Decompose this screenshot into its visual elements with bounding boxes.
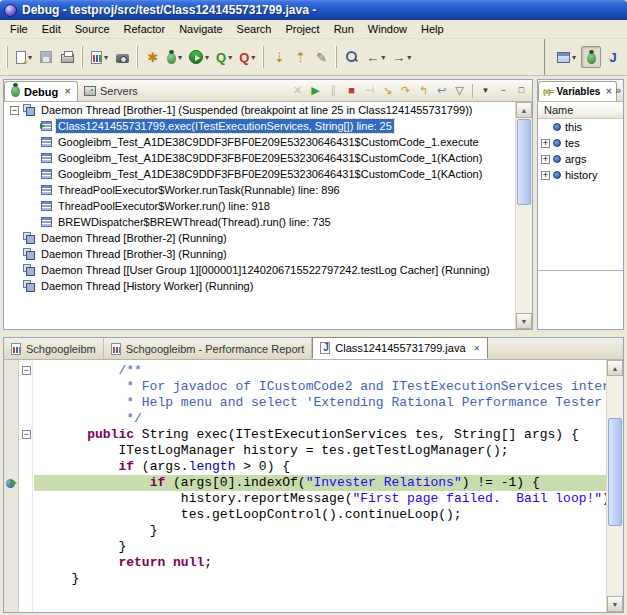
- menu-item-navigate[interactable]: Navigate: [172, 21, 229, 37]
- scroll-down-icon[interactable]: ▼: [607, 596, 623, 612]
- open-perspective-icon[interactable]: ▾: [554, 46, 579, 68]
- drop-to-frame-icon[interactable]: ↩: [433, 82, 450, 99]
- code-line[interactable]: /**: [34, 363, 606, 379]
- resume-icon[interactable]: ▶: [307, 82, 324, 99]
- java-perspective-button[interactable]: J: [603, 46, 623, 68]
- column-header-name[interactable]: Name: [538, 102, 623, 119]
- open-report-icon[interactable]: ▾: [88, 46, 111, 68]
- horizontal-sash[interactable]: [0, 330, 627, 337]
- code-line[interactable]: tes.getLoopControl().continueLoop();: [34, 507, 606, 523]
- maximize-view-icon[interactable]: □: [513, 82, 530, 99]
- toolbar-grip[interactable]: [81, 46, 86, 68]
- dropdown-arrow-icon[interactable]: ▾: [251, 53, 255, 62]
- minimize-view-icon[interactable]: −: [495, 82, 512, 99]
- previous-annotation-icon[interactable]: ⇡: [290, 46, 310, 68]
- run-launch-icon[interactable]: ▾: [186, 46, 212, 68]
- view-menu-icon[interactable]: ▾: [477, 82, 494, 99]
- step-return-icon[interactable]: ↰: [415, 82, 432, 99]
- tree-expand-icon[interactable]: +: [541, 171, 550, 180]
- menu-item-search[interactable]: Search: [230, 21, 279, 37]
- debug-tree-row[interactable]: Googleibm_Test_A1DE38C9DDF3FBF0E209E5323…: [4, 150, 515, 166]
- debug-tree-row[interactable]: Daemon Thread [Brother-2] (Running): [4, 230, 515, 246]
- dropdown-arrow-icon[interactable]: ▾: [381, 53, 385, 62]
- code-line[interactable]: if (args[0].indexOf("Invester Relations"…: [34, 475, 606, 491]
- variable-row[interactable]: +args: [538, 151, 623, 167]
- editor-scrollbar[interactable]: ▲ ▼: [606, 360, 623, 612]
- run-test-wand-icon[interactable]: ✱: [143, 46, 163, 68]
- code-line[interactable]: history.reportMessage("First page failed…: [34, 491, 606, 507]
- code-line[interactable]: }: [34, 539, 606, 555]
- step-into-icon[interactable]: ↘: [379, 82, 396, 99]
- fold-collapse-icon[interactable]: −: [22, 430, 31, 439]
- debug-tree-row[interactable]: Googleibm_Test_A1DE38C9DDF3FBF0E209E5323…: [4, 134, 515, 150]
- fold-collapse-icon[interactable]: −: [22, 366, 31, 375]
- debug-tree-scrollbar[interactable]: ▲ ▼: [515, 102, 532, 329]
- code-line[interactable]: public String exec(ITestExecutionService…: [34, 427, 606, 443]
- debug-tree-row[interactable]: Googleibm_Test_A1DE38C9DDF3FBF0E209E5323…: [4, 166, 515, 182]
- code-line[interactable]: }: [34, 523, 606, 539]
- scroll-thumb[interactable]: [608, 418, 622, 526]
- menu-item-window[interactable]: Window: [361, 21, 414, 37]
- toolbar-grip[interactable]: [335, 46, 340, 68]
- close-icon[interactable]: ✕: [605, 87, 612, 96]
- tree-collapse-icon[interactable]: −: [10, 106, 19, 115]
- scroll-down-icon[interactable]: ▼: [516, 313, 532, 329]
- menu-item-edit[interactable]: Edit: [35, 21, 68, 37]
- close-icon[interactable]: ✕: [474, 344, 481, 353]
- next-annotation-icon[interactable]: ⇣: [269, 46, 289, 68]
- variable-row[interactable]: +history: [538, 167, 623, 183]
- code-line[interactable]: ITestLogManager history = tes.getTestLog…: [34, 443, 606, 459]
- menu-item-refactor[interactable]: Refactor: [117, 21, 173, 37]
- debug-tree-row[interactable]: ThreadPoolExecutor$Worker.run() line: 91…: [4, 198, 515, 214]
- view-tab-debug[interactable]: Debug✕: [4, 81, 78, 101]
- debug-tree-row[interactable]: Daemon Thread [Brother-3] (Running): [4, 246, 515, 262]
- code-line[interactable]: * Help menu and select 'Extending Ration…: [34, 395, 606, 411]
- debug-tree-row[interactable]: −Daemon Thread [Brother-1] (Suspended (b…: [4, 102, 515, 118]
- variable-row[interactable]: +tes: [538, 135, 623, 151]
- toolbar-grip[interactable]: [6, 46, 11, 68]
- code-line[interactable]: * For javadoc of ICustomCode2 and ITestE…: [34, 379, 606, 395]
- terminate-icon[interactable]: ■: [343, 82, 360, 99]
- forward-icon[interactable]: →▾: [389, 46, 414, 68]
- back-icon[interactable]: ←▾: [363, 46, 388, 68]
- scroll-up-icon[interactable]: ▲: [607, 360, 623, 376]
- dropdown-arrow-icon[interactable]: ▾: [228, 53, 232, 62]
- code-area[interactable]: /** * For javadoc of ICustomCode2 and IT…: [34, 360, 606, 612]
- debug-tree-row[interactable]: Daemon Thread [[User Group 1][000001]124…: [4, 262, 515, 278]
- menu-item-file[interactable]: File: [3, 21, 35, 37]
- variables-detail-sash[interactable]: [538, 270, 623, 271]
- editor-tab[interactable]: Schgoogleibm - Performance Report: [104, 338, 313, 359]
- screen-capture-icon[interactable]: [112, 46, 132, 68]
- debug-tree-row[interactable]: Class1241455731799.exec(ITestExecutionSe…: [4, 118, 515, 134]
- toolbar-grip[interactable]: [262, 46, 267, 68]
- menu-item-source[interactable]: Source: [68, 21, 117, 37]
- step-over-icon[interactable]: ↷: [397, 82, 414, 99]
- debug-tree-row[interactable]: ThreadPoolExecutor$Worker.runTask(Runnab…: [4, 182, 515, 198]
- close-icon[interactable]: ✕: [64, 87, 71, 96]
- toolbar-grip[interactable]: [136, 46, 141, 68]
- dropdown-arrow-icon[interactable]: ▾: [572, 53, 576, 62]
- tree-expand-icon[interactable]: +: [541, 155, 550, 164]
- dropdown-arrow-icon[interactable]: ▾: [407, 53, 411, 62]
- menu-item-project[interactable]: Project: [278, 21, 326, 37]
- dropdown-arrow-icon[interactable]: ▾: [205, 53, 209, 62]
- print-icon[interactable]: [57, 46, 77, 68]
- debug-tree-row[interactable]: Daemon Thread [History Worker] (Running): [4, 278, 515, 294]
- editor-marker-bar[interactable]: [4, 360, 19, 612]
- use-step-filters-icon[interactable]: ▽: [451, 82, 468, 99]
- coverage-icon[interactable]: Q▾: [213, 46, 235, 68]
- title-bar[interactable]: Debug - testproj/src/test/Class124145573…: [0, 0, 627, 20]
- scroll-up-icon[interactable]: ▲: [516, 102, 532, 118]
- toolbar-overflow-chevron-icon[interactable]: »: [615, 85, 621, 96]
- debug-tree-row[interactable]: BREWDispatcher$BREWThread(Thread).run() …: [4, 214, 515, 230]
- view-tab-servers[interactable]: Servers: [78, 81, 144, 101]
- menu-item-help[interactable]: Help: [414, 21, 451, 37]
- variable-row[interactable]: this: [538, 119, 623, 135]
- editor-tab[interactable]: Class1241455731799.java✕: [312, 337, 488, 359]
- tree-expand-icon[interactable]: +: [541, 139, 550, 148]
- dropdown-arrow-icon[interactable]: ▾: [104, 53, 108, 62]
- new-wizard-icon[interactable]: ▾: [13, 46, 35, 68]
- code-line[interactable]: */: [34, 411, 606, 427]
- code-line[interactable]: return null;: [34, 555, 606, 571]
- debug-perspective-button[interactable]: [581, 46, 601, 68]
